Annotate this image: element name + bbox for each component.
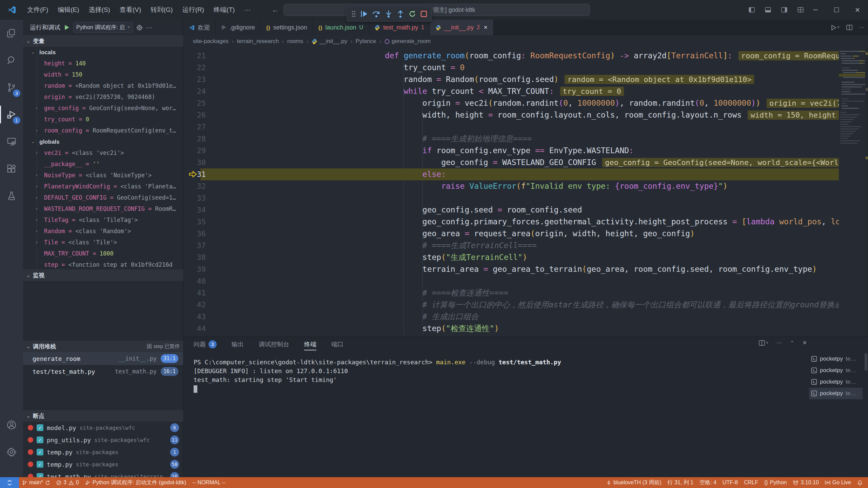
language-mode-status[interactable]: {}Python [761, 477, 790, 488]
breakpoint-row[interactable]: ✓model.pysite-packages\wfc6 [23, 422, 183, 434]
variable-row[interactable]: ›DEFAULT_GEO_CONFIG = GeoConfig(seed=1… [23, 192, 183, 203]
menu-转到(G)[interactable]: 转到(G) [146, 3, 177, 16]
go-live-status[interactable]: Go Live [822, 477, 854, 488]
activity-explorer-icon[interactable] [0, 20, 23, 47]
menu-编辑(E)[interactable]: 编辑(E) [53, 3, 84, 16]
code-editor[interactable]: 21def generate_room(room_config: RoomReq… [183, 47, 868, 337]
breadcrumb-item-Pylance[interactable]: Pylance [356, 38, 376, 45]
breakpoints-section-header[interactable]: ⌄ 断点 [23, 410, 183, 422]
terminal-launch-profile-icon[interactable]: ˅ [759, 340, 768, 346]
terminal-instance-pocketpy[interactable]: pocketpyte… [809, 376, 863, 388]
variable-row[interactable]: origin = vec2i(7205730, 9024468) [23, 92, 183, 103]
breadcrumb-item-site-packages[interactable]: site-packages [193, 38, 229, 45]
breakpoint-row[interactable]: ✓test_math.pysite-packages\terrain_res…1… [23, 470, 183, 477]
run-python-file-icon[interactable]: ˅ [831, 25, 840, 30]
activity-settings-icon[interactable] [0, 439, 23, 466]
vim-mode-status[interactable]: -- NORMAL -- [189, 477, 229, 488]
panel-more-actions-icon[interactable]: ⋯ [776, 340, 782, 346]
indentation-status[interactable]: 空格: 4 [696, 477, 719, 488]
tab-launch.json[interactable]: {}launch.jsonU [313, 20, 369, 35]
variable-row[interactable]: ›WASTELAND_ROOM_REQUEST_CONFIG = RoomR… [23, 203, 183, 215]
menubar-more[interactable]: ··· [239, 4, 255, 16]
menu-运行(R)[interactable]: 运行(R) [178, 3, 209, 16]
window-close-button[interactable]: ✕ [847, 0, 868, 20]
command-center-search[interactable]: [扩展开发宿主] godot-ldtk [283, 4, 590, 16]
debug-restart-icon[interactable] [408, 10, 416, 18]
close-icon[interactable]: ✕ [484, 24, 488, 30]
variable-row[interactable]: ›TileTag = <class 'TileTag'> [23, 215, 183, 226]
panel-tab-终端[interactable]: 终端 [304, 337, 316, 352]
window-minimize-button[interactable]: ─ [805, 0, 826, 20]
toolbar-drag-handle[interactable] [351, 10, 356, 18]
breadcrumb-item-generate_room[interactable]: generate_room [384, 38, 431, 45]
activity-testing-icon[interactable] [0, 182, 23, 209]
activity-extensions-icon[interactable] [0, 155, 23, 182]
breadcrumb-item-terrain_research[interactable]: terrain_research [237, 38, 279, 45]
activity-accounts-icon[interactable] [0, 411, 23, 439]
panel-tab-输出[interactable]: 输出 [232, 337, 244, 352]
minimap[interactable] [839, 47, 865, 337]
variable-row[interactable]: ›geo_config = GeoConfig(seed=None, wor… [23, 103, 183, 114]
variable-row[interactable]: ›PlanetaryWindConfig = <class 'Planeta… [23, 181, 183, 192]
terminal-instance-pocketpy[interactable]: pocketpyte… [809, 388, 863, 399]
split-editor-icon[interactable] [846, 24, 852, 30]
variable-row[interactable]: ›NoiseType = <class 'NoiseType'> [23, 170, 183, 181]
panel-tab-调试控制台[interactable]: 调试控制台 [259, 337, 289, 352]
panel-close-icon[interactable]: ✕ [803, 340, 807, 346]
window-maximize-button[interactable]: ☐ [826, 0, 847, 20]
debug-step-into-icon[interactable] [384, 10, 393, 18]
tab-__init__.py[interactable]: __init__.py2✕ [430, 20, 494, 35]
variable-row[interactable]: random = <Random object at 0x1bf9d01e… [23, 80, 183, 92]
menu-查看(V)[interactable]: 查看(V) [115, 3, 146, 16]
eol-status[interactable]: CRLF [741, 477, 761, 488]
python-version-status[interactable]: 3.10.10 [790, 477, 822, 488]
debug-session-status[interactable]: Python 调试程序: 启动文件 (godot-ldtk) [82, 477, 190, 488]
callstack-frame[interactable]: generate_room__init__.py31:1 [23, 352, 183, 365]
start-debug-icon[interactable] [64, 24, 70, 30]
breakpoint-checkbox[interactable]: ✓ [37, 461, 43, 468]
variable-row[interactable]: width = 150 [23, 69, 183, 80]
breakpoint-row[interactable]: ✓temp.pysite-packages1 [23, 446, 183, 458]
activity-source-control-icon[interactable]: 3 [0, 74, 23, 101]
customize-layout-icon[interactable] [797, 7, 804, 13]
commit-info-status[interactable]: blueloveTH (3 周前) [603, 477, 664, 488]
tab-settings.json[interactable]: {}settings.json [261, 20, 313, 35]
watch-section-header[interactable]: ⌄ 监视 [23, 269, 183, 281]
panel-tab-端口[interactable]: 端口 [331, 337, 343, 352]
activity-run-debug-icon[interactable]: 1 [0, 101, 23, 128]
variable-group-locals[interactable]: ⌄locals [23, 47, 183, 58]
debug-continue-icon[interactable] [360, 10, 368, 18]
variable-group-globals[interactable]: ⌄globals [23, 136, 183, 147]
breakpoint-row[interactable]: ✓temp.pysite-packages58 [23, 458, 183, 470]
variables-section-header[interactable]: ⌄ 变量 [23, 35, 183, 47]
breakpoint-row[interactable]: ✓png_utils.pysite-packages\wfc11 [23, 434, 183, 446]
problems-status[interactable]: 3 0 [53, 477, 82, 488]
tab-欢迎[interactable]: 欢迎 [183, 20, 216, 35]
toggle-secondary-sidebar-icon[interactable] [781, 7, 787, 13]
breakpoint-checkbox[interactable]: ✓ [37, 424, 43, 431]
debug-config-dropdown[interactable]: Python 调试程序: 启˅ [73, 22, 133, 33]
remote-indicator[interactable] [0, 477, 19, 488]
variable-row[interactable]: ›Tile = <class 'Tile'> [23, 237, 183, 248]
variable-row[interactable]: ›vec2i = <class 'vec2i'> [23, 147, 183, 159]
panel-more-icon[interactable]: ··· [146, 24, 152, 31]
menu-终端(T)[interactable]: 终端(T) [209, 3, 239, 16]
variable-row[interactable]: step = <function step at 0x1bf9cd216d [23, 259, 183, 269]
breakpoint-checkbox[interactable]: ✓ [37, 473, 43, 477]
panel-maximize-icon[interactable]: ⌃ [790, 340, 794, 346]
layout-toggle-icons[interactable] [749, 0, 804, 20]
variable-row[interactable]: height = 140 [23, 58, 183, 69]
debug-stop-icon[interactable] [420, 10, 428, 18]
variable-row[interactable]: ›Random = <class 'Random'> [23, 226, 183, 237]
callstack-section-header[interactable]: ⌄ 调用堆栈 因 step 已暂停 [23, 341, 183, 352]
terminal-output[interactable]: PS C:\computer_science\godot-ldtk\site-p… [194, 358, 804, 393]
activity-search-icon[interactable] [0, 47, 23, 74]
menu-文件(F)[interactable]: 文件(F) [22, 3, 53, 16]
activity-remote-explorer-icon[interactable] [0, 128, 23, 155]
gear-icon[interactable] [136, 24, 143, 31]
terminal-instance-pocketpy[interactable]: pocketpyte… [809, 365, 863, 376]
toggle-sidebar-icon[interactable] [749, 7, 755, 13]
panel-scrollbar[interactable] [865, 353, 867, 371]
panel-tab-问题[interactable]: 问题3 [194, 337, 217, 352]
variable-row[interactable]: __package__ = '' [23, 159, 183, 170]
